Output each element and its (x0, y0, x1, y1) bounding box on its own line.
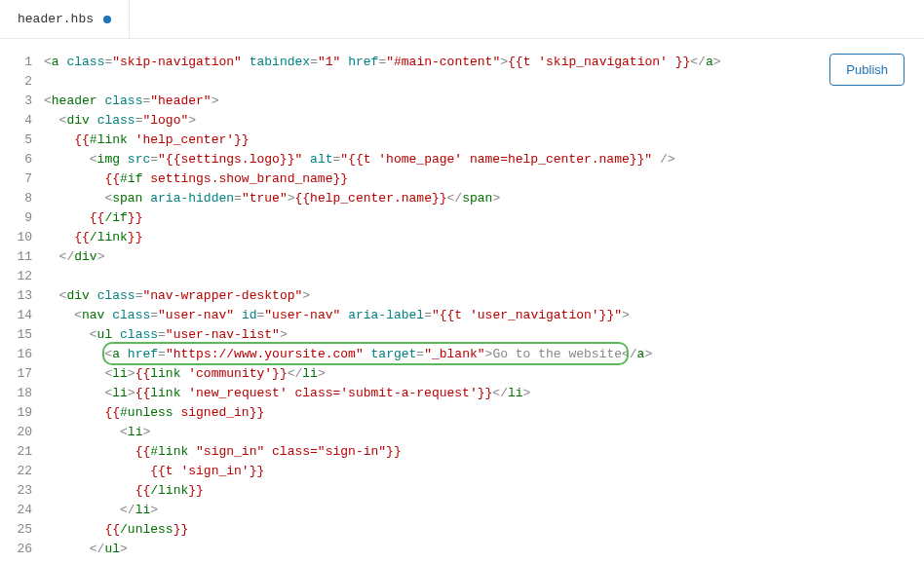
line-number: 23 (0, 481, 44, 501)
line-number: 6 (0, 150, 44, 169)
code-line[interactable]: {{/unless}} (44, 520, 924, 540)
line-number: 26 (0, 540, 44, 559)
line-number: 1 (0, 53, 44, 72)
line-number: 2 (0, 72, 44, 92)
code-line[interactable] (44, 72, 924, 92)
code-line[interactable]: <header class="header"> (44, 92, 924, 111)
code-line[interactable]: <a class="skip-navigation" tabindex="1" … (44, 53, 924, 72)
line-number: 12 (0, 267, 44, 286)
code-line[interactable]: <a href="https://www.yoursite.com" targe… (44, 345, 924, 364)
tab-bar: header.hbs (0, 0, 924, 39)
line-number: 25 (0, 520, 44, 540)
line-number: 17 (0, 364, 44, 384)
code-line[interactable]: </li> (44, 501, 924, 520)
code-line[interactable]: <div class="logo"> (44, 111, 924, 131)
code-line[interactable]: <ul class="user-nav-list"> (44, 325, 924, 345)
code-line[interactable]: <li>{{link 'new_request' class='submit-a… (44, 384, 924, 403)
code-line[interactable]: {{/link}} (44, 481, 924, 501)
line-number: 14 (0, 306, 44, 325)
code-line[interactable]: <li> (44, 423, 924, 442)
line-number: 21 (0, 442, 44, 462)
code-line[interactable]: <div class="nav-wrapper-desktop"> (44, 286, 924, 306)
line-number: 13 (0, 286, 44, 306)
line-number: 11 (0, 247, 44, 267)
code-line[interactable] (44, 267, 924, 286)
editor-container: header.hbs Publish 123456789101112131415… (0, 0, 924, 563)
unsaved-dot-icon (103, 16, 111, 23)
line-number: 24 (0, 501, 44, 520)
line-number: 16 (0, 345, 44, 364)
code-line[interactable]: </ul> (44, 540, 924, 559)
code-line[interactable]: {{#link 'help_center'}} (44, 131, 924, 150)
line-number: 8 (0, 189, 44, 208)
code-line[interactable]: <img src="{{settings.logo}}" alt="{{t 'h… (44, 150, 924, 169)
line-number: 19 (0, 403, 44, 423)
line-number: 3 (0, 92, 44, 111)
line-number: 22 (0, 462, 44, 481)
line-number: 4 (0, 111, 44, 131)
tab-filename: header.hbs (18, 12, 94, 26)
line-number: 9 (0, 208, 44, 228)
code-line[interactable]: {{#link "sign_in" class="sign-in"}} (44, 442, 924, 462)
code-area[interactable]: <a class="skip-navigation" tabindex="1" … (44, 39, 924, 563)
code-line[interactable]: {{#if settings.show_brand_name}} (44, 169, 924, 189)
code-line[interactable]: {{/if}} (44, 208, 924, 228)
editor-body: 1234567891011121314151617181920212223242… (0, 39, 924, 563)
code-line[interactable]: {{#unless signed_in}} (44, 403, 924, 423)
line-number-gutter: 1234567891011121314151617181920212223242… (0, 39, 44, 563)
line-number: 10 (0, 228, 44, 247)
code-line[interactable]: {{/link}} (44, 228, 924, 247)
code-line[interactable]: <nav class="user-nav" id="user-nav" aria… (44, 306, 924, 325)
line-number: 5 (0, 131, 44, 150)
line-number: 18 (0, 384, 44, 403)
code-line[interactable]: <span aria-hidden="true">{{help_center.n… (44, 189, 924, 208)
line-number: 20 (0, 423, 44, 442)
file-tab[interactable]: header.hbs (0, 0, 130, 38)
line-number: 7 (0, 169, 44, 189)
line-number: 15 (0, 325, 44, 345)
code-line[interactable]: {{t 'sign_in'}} (44, 462, 924, 481)
code-line[interactable]: </div> (44, 247, 924, 267)
code-line[interactable]: <li>{{link 'community'}}</li> (44, 364, 924, 384)
